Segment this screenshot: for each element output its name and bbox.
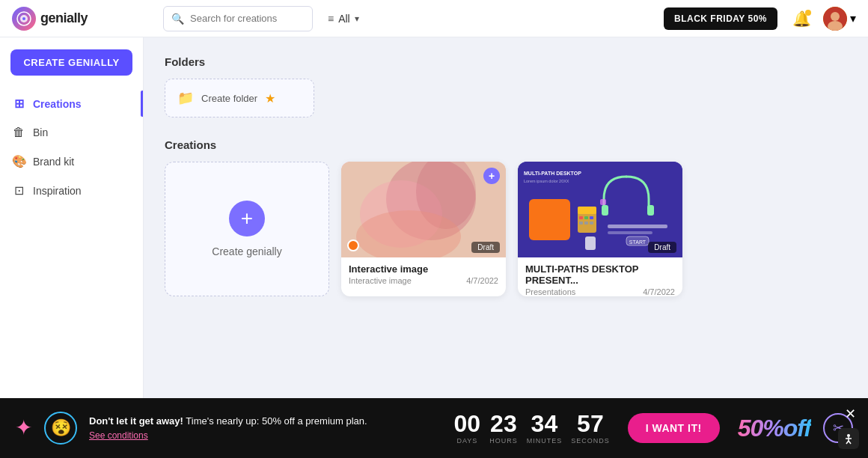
svg-rect-20 (578, 207, 596, 214)
sidebar-item-creations[interactable]: ⊞ Creations (0, 91, 143, 117)
svg-text:START: START (629, 239, 647, 245)
card-date-interactive: 4/7/2022 (466, 276, 498, 285)
svg-rect-15 (608, 231, 652, 234)
card-meta-interactive: Interactive image 4/7/2022 (349, 276, 498, 285)
svg-text:MULTI-PATH DESKTOP: MULTI-PATH DESKTOP (524, 171, 581, 176)
banner-star-icon: ✦ (15, 418, 32, 439)
notification-dot (805, 10, 811, 16)
bottom-banner: ✦ 😵 Don't let it get away! Time's nearly… (0, 398, 868, 458)
logo: genially (12, 7, 154, 31)
countdown-days: 00 DAYS (454, 412, 481, 445)
record-dot (347, 239, 359, 251)
create-new-label: Create genially (212, 245, 281, 257)
card-plus-overlay: + (483, 168, 500, 184)
card-date-desktop: 4/7/2022 (643, 287, 675, 296)
banner-text: Don't let it get away! Time's nearly up:… (89, 414, 442, 443)
creation-card-desktop[interactable]: START (518, 162, 682, 296)
card-title-interactive: Interactive image (349, 263, 498, 275)
svg-rect-18 (529, 199, 570, 240)
search-icon: 🔍 (171, 13, 184, 25)
svg-point-31 (847, 434, 850, 437)
svg-rect-12 (602, 205, 608, 216)
logo-icon (12, 7, 36, 31)
svg-rect-23 (590, 216, 593, 219)
close-banner-button[interactable]: ✕ (845, 406, 856, 422)
svg-rect-14 (608, 225, 667, 228)
minutes-label: MINUTES (527, 437, 563, 445)
draft-badge-desktop: Draft (648, 242, 676, 253)
search-input[interactable] (190, 13, 305, 24)
seconds-label: SECONDS (571, 437, 610, 445)
svg-text:Lorem ipsum dolor 20XX: Lorem ipsum dolor 20XX (524, 179, 569, 183)
svg-point-4 (831, 12, 840, 21)
seconds-number: 57 (577, 412, 604, 436)
svg-rect-26 (590, 222, 593, 225)
banner-subtext: Time's nearly up: 50% off a premium plan… (186, 415, 367, 427)
days-number: 00 (454, 412, 481, 436)
countdown-hours: 23 HOURS (489, 412, 518, 445)
hours-number: 23 (490, 412, 517, 436)
see-conditions-link[interactable]: See conditions (89, 430, 148, 441)
card-type-interactive: Interactive image (349, 276, 412, 285)
avatar-chevron-icon: ▾ (850, 11, 856, 25)
sidebar-item-bin[interactable]: 🗑 Bin (0, 120, 143, 145)
svg-rect-22 (584, 216, 588, 219)
logo-text: genially (40, 10, 88, 26)
svg-rect-27 (600, 199, 606, 205)
sidebar: CREATE GENIALLY ⊞ Creations 🗑 Bin 🎨 Bran… (0, 37, 144, 398)
card-meta-desktop: Presentations 4/7/2022 (525, 287, 675, 296)
folders-section: Folders 📁 Create folder ★ (165, 55, 847, 117)
create-new-card[interactable]: + Create genially (165, 162, 329, 296)
sidebar-item-inspiration[interactable]: ⊡ Inspiration (0, 177, 143, 204)
sidebar-item-label-brand-kit: Brand kit (33, 156, 74, 168)
svg-rect-25 (584, 222, 588, 225)
filter-label: All (338, 13, 350, 25)
sidebar-item-label-bin: Bin (33, 126, 48, 138)
filter-chevron-icon: ▾ (355, 13, 359, 24)
filter-icon: ≡ (328, 13, 334, 25)
banner-headline: Don't let it get away! (89, 415, 183, 427)
card-thumbnail-interactive: + Draft (341, 162, 506, 257)
user-avatar-area[interactable]: ▾ (823, 7, 856, 31)
countdown-seconds: 57 SECONDS (571, 412, 610, 445)
creations-title: Creations (165, 138, 847, 151)
brand-kit-icon: 🎨 (12, 154, 25, 168)
card-info-interactive: Interactive image Interactive image 4/7/… (341, 257, 506, 291)
accessibility-button[interactable] (838, 428, 859, 449)
sidebar-item-label-inspiration: Inspiration (33, 185, 82, 197)
svg-rect-24 (579, 222, 583, 225)
folders-title: Folders (165, 55, 847, 68)
svg-rect-13 (647, 205, 654, 216)
search-bar[interactable]: 🔍 (163, 6, 313, 31)
svg-rect-28 (585, 236, 596, 250)
create-genially-button[interactable]: CREATE GENIALLY (10, 49, 132, 76)
creations-icon: ⊞ (12, 97, 25, 111)
black-friday-button[interactable]: BLACK FRIDAY 50% (664, 7, 777, 30)
days-label: DAYS (456, 437, 477, 445)
minutes-number: 34 (531, 412, 558, 436)
banner-smiley-icon: 😵 (44, 412, 77, 445)
creation-card-interactive[interactable]: + Draft Interactive image Interactive im… (341, 162, 506, 296)
topbar: genially 🔍 ≡ All ▾ BLACK FRIDAY 50% 🔔 ▾ (0, 0, 868, 37)
filter-area[interactable]: ≡ All ▾ (328, 13, 359, 25)
inspiration-icon: ⊡ (12, 183, 25, 198)
creations-grid: + Create genially (165, 162, 847, 296)
folder-icon: 📁 (177, 90, 194, 106)
create-folder-card[interactable]: 📁 Create folder ★ (165, 79, 314, 117)
svg-point-2 (22, 17, 25, 20)
notification-bell[interactable]: 🔔 (792, 10, 811, 28)
sidebar-item-brand-kit[interactable]: 🎨 Brand kit (0, 148, 143, 174)
bin-icon: 🗑 (12, 126, 25, 139)
percent-off-text: 50%off (738, 415, 811, 442)
draft-badge-interactive: Draft (471, 242, 500, 253)
card-info-desktop: MULTI-PATHS DESKTOP PRESENT... Presentat… (518, 257, 682, 296)
main-layout: CREATE GENIALLY ⊞ Creations 🗑 Bin 🎨 Bran… (0, 37, 868, 398)
countdown: 00 DAYS 23 HOURS 34 MINUTES 57 SECONDS (454, 412, 610, 445)
sidebar-item-label-creations: Creations (33, 98, 82, 110)
content-area: Folders 📁 Create folder ★ Creations + Cr… (144, 37, 868, 398)
i-want-it-button[interactable]: I WANT IT! (628, 413, 720, 443)
create-folder-label: Create folder (201, 93, 257, 104)
svg-line-35 (849, 441, 851, 444)
create-plus-icon: + (229, 201, 265, 236)
star-icon: ★ (265, 91, 275, 106)
